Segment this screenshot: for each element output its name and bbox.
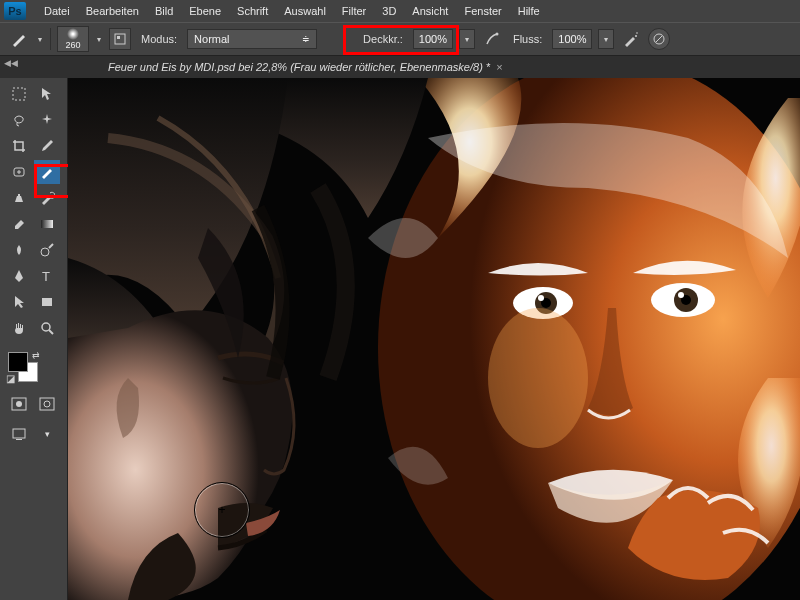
svg-rect-18: [16, 439, 22, 440]
workspace: T ⇄ ◪ ▾: [0, 78, 800, 600]
brush-panel-toggle[interactable]: [109, 28, 131, 50]
size-pressure-icon[interactable]: [648, 28, 670, 50]
menu-layer[interactable]: Ebene: [181, 0, 229, 22]
magic-wand-tool[interactable]: [34, 108, 60, 132]
options-bar: ▾ 260 ▾ Modus: Normal ≑ Deckkr.: 100% ▾ …: [0, 22, 800, 56]
flow-label: Fluss:: [509, 33, 546, 45]
svg-text:T: T: [42, 269, 50, 284]
menu-edit[interactable]: Bearbeiten: [78, 0, 147, 22]
gradient-tool[interactable]: [34, 212, 60, 236]
menu-view[interactable]: Ansicht: [404, 0, 456, 22]
menu-image[interactable]: Bild: [147, 0, 181, 22]
opacity-pressure-icon[interactable]: [481, 28, 503, 50]
menu-help[interactable]: Hilfe: [510, 0, 548, 22]
default-colors-icon[interactable]: ◪: [6, 373, 15, 384]
flow-dropdown[interactable]: ▾: [598, 29, 614, 49]
zoom-tool[interactable]: [34, 316, 60, 340]
eraser-tool[interactable]: [6, 212, 32, 236]
quick-mask-toggle[interactable]: [6, 392, 32, 416]
flow-value: 100%: [558, 33, 586, 45]
close-icon[interactable]: ×: [496, 61, 502, 73]
type-tool[interactable]: T: [34, 264, 60, 288]
opacity-value: 100%: [419, 33, 447, 45]
menu-3d[interactable]: 3D: [374, 0, 404, 22]
mode-label: Modus:: [137, 33, 181, 45]
brush-size-value: 260: [65, 40, 80, 50]
blur-tool[interactable]: [6, 238, 32, 262]
chevron-down-icon: ≑: [302, 34, 310, 44]
hand-tool[interactable]: [6, 316, 32, 340]
svg-point-9: [41, 248, 49, 256]
edit-mode-toggle[interactable]: [34, 392, 60, 416]
history-brush-tool[interactable]: [34, 186, 60, 210]
tool-preset-icon[interactable]: [8, 28, 30, 50]
brush-preset-picker[interactable]: 260: [57, 26, 89, 52]
path-select-tool[interactable]: [6, 290, 32, 314]
clone-stamp-tool[interactable]: [6, 186, 32, 210]
marquee-tool[interactable]: [6, 82, 32, 106]
divider: [50, 28, 51, 50]
tool-preset-dropdown[interactable]: ▾: [36, 35, 44, 44]
blend-mode-select[interactable]: Normal ≑: [187, 29, 317, 49]
crop-tool[interactable]: [6, 134, 32, 158]
brush-dot-icon: [67, 28, 79, 40]
svg-rect-15: [40, 398, 54, 410]
airbrush-icon[interactable]: [620, 28, 642, 50]
swap-colors-icon[interactable]: ⇄: [32, 350, 40, 360]
pen-tool[interactable]: [6, 264, 32, 288]
menu-select[interactable]: Auswahl: [276, 0, 334, 22]
tools-panel: T ⇄ ◪ ▾: [0, 78, 68, 600]
healing-brush-tool[interactable]: [6, 160, 32, 184]
menu-file[interactable]: Datei: [36, 0, 78, 22]
rectangle-tool[interactable]: [34, 290, 60, 314]
document-tab-strip: Feuer und Eis by MDI.psd bei 22,8% (Frau…: [0, 56, 800, 78]
menu-window[interactable]: Fenster: [456, 0, 509, 22]
document-tab-title: Feuer und Eis by MDI.psd bei 22,8% (Frau…: [108, 61, 490, 73]
brush-tool[interactable]: [34, 160, 60, 184]
eyedropper-tool[interactable]: [34, 134, 60, 158]
canvas[interactable]: [68, 78, 800, 600]
artwork-image: [68, 78, 800, 600]
svg-rect-1: [117, 36, 120, 39]
opacity-dropdown[interactable]: ▾: [459, 29, 475, 49]
svg-rect-8: [41, 220, 53, 228]
menu-bar: Ps Datei Bearbeiten Bild Ebene Schrift A…: [0, 0, 800, 22]
flow-input[interactable]: 100%: [552, 29, 592, 49]
opacity-input[interactable]: 100%: [413, 29, 453, 49]
svg-rect-6: [13, 88, 25, 100]
svg-point-29: [488, 308, 588, 448]
blend-mode-value: Normal: [194, 33, 229, 45]
screen-mode-toggle[interactable]: [6, 422, 32, 446]
brush-cursor: [194, 482, 250, 538]
lasso-tool[interactable]: [6, 108, 32, 132]
screen-mode-dropdown[interactable]: ▾: [34, 422, 60, 446]
dodge-tool[interactable]: [34, 238, 60, 262]
brush-preset-dropdown[interactable]: ▾: [95, 35, 103, 44]
svg-point-2: [495, 33, 498, 36]
svg-point-16: [44, 401, 50, 407]
opacity-label: Deckkr.:: [359, 33, 407, 45]
svg-point-28: [678, 292, 684, 298]
svg-point-3: [635, 35, 637, 37]
svg-rect-17: [13, 429, 25, 438]
foreground-color-swatch[interactable]: [8, 352, 28, 372]
svg-rect-11: [42, 298, 52, 306]
svg-point-4: [637, 32, 639, 34]
panel-collapse-handle[interactable]: ◀◀: [4, 58, 18, 68]
document-tab[interactable]: Feuer und Eis by MDI.psd bei 22,8% (Frau…: [100, 56, 511, 78]
app-logo: Ps: [4, 2, 26, 20]
move-tool[interactable]: [34, 82, 60, 106]
svg-point-14: [16, 401, 22, 407]
menu-type[interactable]: Schrift: [229, 0, 276, 22]
color-swatches[interactable]: ⇄ ◪: [8, 352, 38, 382]
svg-point-27: [538, 295, 544, 301]
svg-point-12: [42, 323, 50, 331]
menu-filter[interactable]: Filter: [334, 0, 374, 22]
